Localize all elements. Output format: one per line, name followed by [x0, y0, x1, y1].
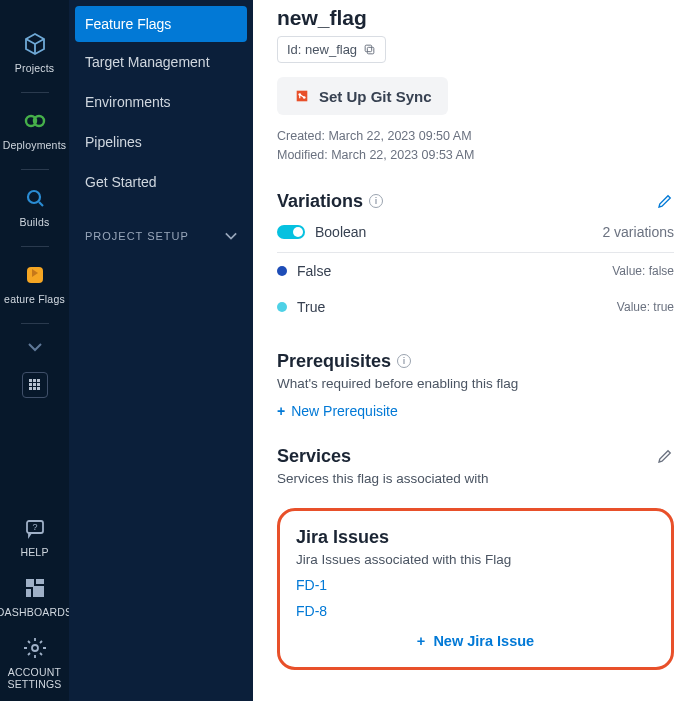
divider [21, 92, 49, 93]
created-line: Created: March 22, 2023 09:50 AM [277, 127, 674, 146]
svg-rect-12 [37, 387, 40, 390]
sidebar-item-get-started[interactable]: Get Started [69, 162, 253, 202]
flag-id-chip[interactable]: Id: new_flag [277, 36, 386, 63]
sidebar-item-feature-flags[interactable]: Feature Flags [75, 6, 247, 42]
svg-rect-5 [33, 379, 36, 382]
rail-feature-flags[interactable]: eature Flags [0, 255, 69, 315]
sidebar-setup-label: PROJECT SETUP [85, 230, 189, 242]
prerequisites-section: Prerequisites i What's required before e… [277, 351, 674, 420]
copy-icon [363, 43, 376, 56]
divider [21, 246, 49, 247]
rail-label: ACCOUNT SETTINGS [0, 666, 69, 691]
variation-label: True [297, 299, 325, 315]
svg-rect-15 [26, 579, 34, 587]
variation-type-label: Boolean [315, 224, 366, 240]
prerequisites-subtitle: What's required before enabling this fla… [277, 376, 674, 391]
variation-type-toggle[interactable] [277, 225, 305, 239]
svg-rect-9 [37, 383, 40, 386]
sidebar-item-environments[interactable]: Environments [69, 82, 253, 122]
svg-rect-21 [365, 45, 372, 52]
rail-help[interactable]: ? HELP [0, 508, 69, 568]
rail-label: Builds [20, 216, 50, 228]
variations-section: Variations i Boolean 2 variations False … [277, 191, 674, 325]
svg-rect-16 [36, 579, 44, 584]
svg-rect-4 [29, 379, 32, 382]
git-sync-label: Set Up Git Sync [319, 88, 432, 105]
sidebar-item-target-management[interactable]: Target Management [69, 42, 253, 82]
prerequisites-title: Prerequisites i [277, 351, 674, 372]
svg-rect-8 [33, 383, 36, 386]
sidebar-item-pipelines[interactable]: Pipelines [69, 122, 253, 162]
rail-label: Projects [15, 62, 55, 74]
rail-account-settings[interactable]: ACCOUNT SETTINGS [0, 628, 69, 701]
svg-rect-18 [33, 586, 44, 597]
rail-builds[interactable]: Builds [0, 178, 69, 238]
svg-rect-7 [29, 383, 32, 386]
modified-line: Modified: March 22, 2023 09:53 AM [277, 146, 674, 165]
main-panel: new_flag Id: new_flag Set Up Git Sync Cr… [253, 0, 694, 701]
jira-issue-link[interactable]: FD-1 [296, 577, 655, 593]
git-icon [293, 87, 311, 105]
svg-rect-11 [33, 387, 36, 390]
rail-label: eature Flags [4, 293, 65, 305]
sidebar-project-setup[interactable]: PROJECT SETUP [69, 202, 253, 242]
services-subtitle: Services this flag is associated with [277, 471, 674, 486]
jira-subtitle: Jira Issues associated with this Flag [296, 552, 655, 567]
pencil-icon[interactable] [656, 447, 674, 465]
rail-dashboards[interactable]: DASHBOARDS [0, 568, 69, 628]
svg-rect-17 [26, 589, 31, 597]
flag-title: new_flag [277, 6, 674, 30]
new-prerequisite-button[interactable]: + New Prerequisite [277, 403, 398, 419]
chevron-down-icon [28, 342, 42, 352]
project-sidebar: Feature Flags Target Management Environm… [69, 0, 253, 701]
svg-rect-10 [29, 387, 32, 390]
info-icon[interactable]: i [369, 194, 383, 208]
flag-id-label: Id: new_flag [287, 42, 357, 57]
setup-git-sync-button[interactable]: Set Up Git Sync [277, 77, 448, 115]
pencil-icon[interactable] [656, 192, 674, 210]
svg-text:?: ? [32, 522, 37, 532]
nav-rail: Projects Deployments Builds eature Flags… [0, 0, 69, 701]
svg-point-2 [28, 191, 40, 203]
dashboard-icon [23, 576, 47, 600]
grid-icon [22, 372, 48, 398]
rail-expand[interactable] [0, 332, 69, 362]
variation-count: 2 variations [602, 224, 674, 240]
dot-icon [277, 302, 287, 312]
flag-icon [23, 263, 47, 287]
new-jira-label: New Jira Issue [433, 633, 534, 649]
rail-label: DASHBOARDS [0, 606, 72, 618]
dot-icon [277, 266, 287, 276]
variation-value: Value: false [612, 264, 674, 278]
variation-true-row: True Value: true [277, 289, 674, 325]
divider [21, 323, 49, 324]
jira-title: Jira Issues [296, 527, 655, 548]
variation-value: Value: true [617, 300, 674, 314]
help-icon: ? [23, 516, 47, 540]
plus-icon: + [277, 403, 285, 419]
variation-label: False [297, 263, 331, 279]
rail-projects[interactable]: Projects [0, 24, 69, 84]
rail-grid[interactable] [0, 362, 69, 408]
variations-title: Variations i [277, 191, 383, 212]
jira-issue-link[interactable]: FD-8 [296, 603, 655, 619]
search-icon [23, 186, 47, 210]
rail-label: Deployments [3, 139, 66, 151]
new-prerequisite-label: New Prerequisite [291, 403, 398, 419]
svg-rect-20 [367, 47, 374, 54]
chevron-down-icon [225, 231, 237, 241]
gear-icon [23, 636, 47, 660]
svg-point-19 [32, 645, 38, 651]
services-section: Services Services this flag is associate… [277, 446, 674, 486]
new-jira-issue-button[interactable]: + New Jira Issue [296, 633, 655, 649]
svg-rect-6 [37, 379, 40, 382]
rail-label: HELP [20, 546, 48, 558]
cube-icon [23, 32, 47, 56]
divider [21, 169, 49, 170]
link-icon [23, 109, 47, 133]
variation-false-row: False Value: false [277, 253, 674, 289]
rail-deployments[interactable]: Deployments [0, 101, 69, 161]
services-title: Services [277, 446, 351, 467]
info-icon[interactable]: i [397, 354, 411, 368]
jira-issues-section: Jira Issues Jira Issues associated with … [277, 508, 674, 670]
